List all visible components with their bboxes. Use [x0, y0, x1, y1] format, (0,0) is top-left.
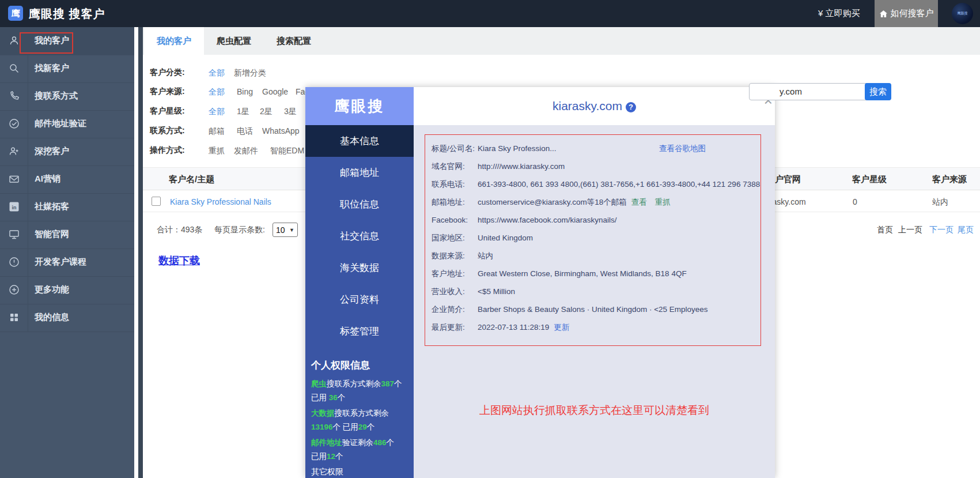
help-icon[interactable]: ?: [626, 102, 636, 112]
pagination-next[interactable]: 下一页: [929, 225, 953, 235]
search-button[interactable]: 搜索: [865, 83, 891, 100]
field-label: Facebook:: [432, 216, 478, 224]
filter-option[interactable]: 新增分类: [234, 68, 266, 78]
how-to-search-label: 如何搜客户: [891, 8, 934, 19]
data-download-link[interactable]: 数据下载: [158, 254, 200, 268]
field-value: http:////www.kiarasky.com: [478, 162, 565, 171]
sidebar-divider: [28, 304, 28, 332]
sidebar-item-label: 我的信息: [35, 312, 69, 323]
user-icon: [9, 35, 20, 46]
field-row: 数据来源:站内: [432, 247, 760, 265]
sidebar-item-more-features[interactable]: 更多功能: [0, 276, 134, 304]
sidebar-item-label: 社媒拓客: [35, 201, 69, 212]
field-value: https://www.facebook.com/kiaraskynails/: [478, 216, 617, 224]
buy-now-button[interactable]: ¥ 立即购买: [818, 8, 860, 19]
filter-option[interactable]: 邮箱: [209, 126, 225, 137]
permission-line: 邮件地址验证剩余486个: [311, 436, 408, 449]
row-checkbox[interactable]: [152, 197, 161, 206]
modal-menu-social-info[interactable]: 社交信息: [305, 220, 414, 252]
sidebar-divider: [28, 276, 28, 304]
sidebar-item-ai-marketing[interactable]: AI营销: [0, 165, 134, 194]
modal-menu-tag-manage[interactable]: 标签管理: [305, 315, 414, 347]
sidebar-item-my-customers[interactable]: 我的客户: [0, 27, 134, 55]
field-row: 邮箱地址:customerservice@kiarasky.com等18个邮箱查…: [432, 193, 760, 211]
sidebar-item-smart-website[interactable]: 智能官网: [0, 221, 134, 249]
home-icon: [879, 10, 888, 18]
modal-menu-email-address[interactable]: 邮箱地址: [305, 157, 414, 189]
search-icon: [9, 63, 20, 74]
linkedin-icon: in: [9, 201, 20, 212]
customer-detail-modal: 鹰眼搜 基本信息 邮箱地址 职位信息 社交信息 海关数据 公司资料 标签管理 个…: [305, 87, 775, 478]
total-count: 合计：493条: [157, 225, 202, 235]
sidebar-item-search-contacts[interactable]: 搜联系方式: [0, 82, 134, 111]
update-link[interactable]: 更新: [554, 322, 569, 333]
left-sidebar: 我的客户 找新客户 搜联系方式 邮件地址验证 深挖客户 AI营销 in: [0, 27, 134, 478]
topbar: 鹰 鹰眼搜 搜客户 ¥ 立即购买 如何搜客户 鹰眼搜: [0, 0, 980, 27]
modal-title: kiarasky.com?: [414, 87, 775, 125]
customer-name-link[interactable]: Kiara Sky Professional Nails: [170, 197, 271, 206]
filter-option[interactable]: 发邮件: [234, 146, 258, 156]
sidebar-item-find-new-customers[interactable]: 找新客户: [0, 55, 134, 83]
tab-my-customers[interactable]: 我的客户: [144, 27, 204, 55]
field-label: 数据来源:: [432, 251, 478, 261]
filter-option[interactable]: 2星: [260, 107, 273, 117]
filter-label-action: 操作方式:: [150, 145, 185, 156]
filter-option[interactable]: 全部: [209, 68, 225, 78]
filter-option[interactable]: 3星: [284, 107, 297, 117]
filter-option[interactable]: 1星: [237, 107, 249, 117]
other-permissions-link[interactable]: 其它权限: [311, 467, 408, 477]
filter-option[interactable]: WhatsApp: [262, 126, 300, 136]
modal-menu-company-profile[interactable]: 公司资料: [305, 284, 414, 315]
field-value: Great Western Close, Birmingham, West Mi…: [478, 269, 687, 278]
sidebar-item-social-media[interactable]: in 社媒拓客: [0, 193, 134, 221]
filter-option[interactable]: 智能EDM: [270, 146, 304, 156]
sidebar-item-dev-course[interactable]: 开发客户课程: [0, 249, 134, 277]
view-emails-link[interactable]: 查看: [631, 197, 647, 208]
filter-option[interactable]: 重抓: [209, 146, 225, 156]
row-star: 0: [853, 197, 857, 206]
field-value: 站内: [478, 251, 493, 261]
column-header-name: 客户名/主题: [169, 174, 214, 185]
sidebar-item-email-verify[interactable]: 邮件地址验证: [0, 110, 134, 138]
per-page-select[interactable]: 10 ▼: [273, 223, 298, 237]
tab-crawler-config[interactable]: 爬虫配置: [204, 27, 264, 55]
modal-menu-basic-info[interactable]: 基本信息: [305, 125, 414, 157]
red-annotation-box: 标题/公司名:Kiara Sky Profession...查看谷歌地图 域名官…: [425, 134, 761, 346]
how-to-search-button[interactable]: 如何搜客户: [875, 0, 938, 27]
sidebar-item-deep-dig[interactable]: 深挖客户: [0, 138, 134, 166]
tab-search-config[interactable]: 搜索配置: [264, 27, 324, 55]
modal-body: 标题/公司名:Kiara Sky Profession...查看谷歌地图 域名官…: [414, 125, 775, 478]
filter-option[interactable]: 全部: [209, 107, 225, 117]
column-header-source: 客户来源: [932, 174, 967, 185]
pagination-first[interactable]: 首页: [877, 225, 893, 235]
field-row: 国家地区:United Kingdom: [432, 229, 760, 247]
field-value: Kiara Sky Profession...: [478, 144, 557, 153]
sidebar-item-my-info[interactable]: 我的信息: [0, 304, 134, 332]
filter-option[interactable]: 全部: [209, 87, 225, 97]
filter-label-category: 客户分类:: [150, 67, 185, 78]
sidebar-scrollbar[interactable]: [138, 27, 143, 478]
pagination-prev[interactable]: 上一页: [898, 225, 922, 235]
filter-option[interactable]: Google: [262, 87, 288, 96]
pagination-last[interactable]: 尾页: [958, 225, 974, 235]
filter-option[interactable]: 电话: [237, 126, 253, 137]
modal-menu-job-info[interactable]: 职位信息: [305, 189, 414, 220]
permission-line: 大数据搜联系方式剩余: [311, 407, 408, 419]
field-value: 2022-07-13 11:28:19: [478, 323, 549, 332]
user-avatar[interactable]: 鹰眼搜: [952, 3, 973, 24]
field-row: 联系电话:661-393-4800, 661 393 4800,(661) 38…: [432, 175, 760, 193]
monitor-icon: [9, 229, 20, 240]
google-maps-link[interactable]: 查看谷歌地图: [659, 144, 706, 154]
red-note-annotation: 上图网站执行抓取联系方式在这里可以清楚看到: [414, 403, 775, 418]
filter-option[interactable]: Bing: [237, 87, 253, 96]
field-value: <$5 Million: [478, 287, 515, 296]
recrawl-link[interactable]: 重抓: [655, 197, 671, 208]
field-row: 营业收入:<$5 Million: [432, 283, 760, 300]
filter-label-contact: 联系方式:: [150, 126, 185, 136]
sidebar-item-label: 找新客户: [35, 63, 69, 74]
grid-icon: [9, 312, 20, 323]
field-value: customerservice@kiarasky.com等18个邮箱: [478, 197, 627, 208]
modal-menu-customs-data[interactable]: 海关数据: [305, 252, 414, 284]
red-highlight-annotation: [20, 32, 73, 54]
field-value: United Kingdom: [478, 234, 533, 242]
